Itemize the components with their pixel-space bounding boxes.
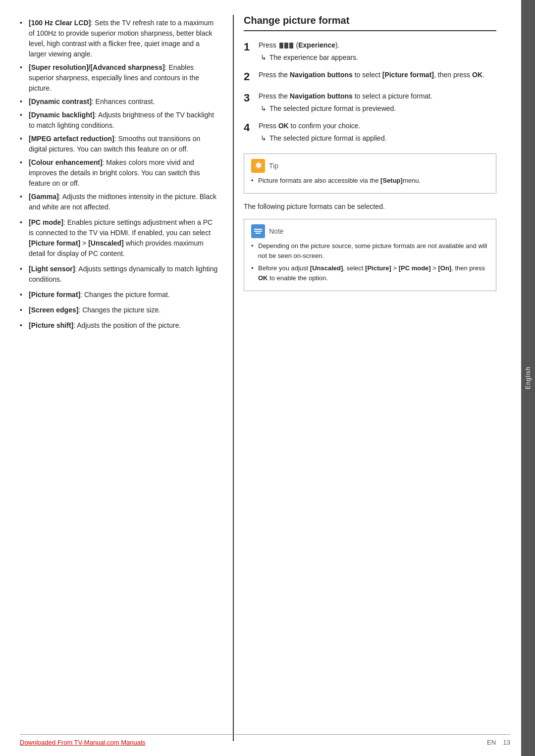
- list-item: [MPEG artefact reduction]: Smooths out t…: [20, 134, 218, 154]
- note-header: Note: [251, 224, 489, 238]
- step-sub-1: ↳ The experience bar appears.: [259, 52, 496, 63]
- step-item-2: 2 Press the Navigation buttons to select…: [244, 70, 496, 84]
- feature-name: [Picture shift]: [29, 321, 73, 329]
- step-content-2: Press the Navigation buttons to select […: [259, 70, 496, 80]
- list-item: [Picture format]: Changes the picture fo…: [20, 290, 218, 300]
- section-heading: Change picture format: [244, 15, 496, 31]
- step-sub-text: The selected picture format is previewed…: [269, 103, 396, 114]
- feature-description: : Changes the picture format.: [80, 291, 170, 299]
- list-item: [Picture shift]: Adjusts the position of…: [20, 320, 218, 331]
- tip-item: Picture formats are also accessible via …: [251, 176, 489, 186]
- arrow-icon: ↳: [261, 103, 267, 114]
- list-item: [Light sensor]: Adjusts settings dynamic…: [20, 264, 218, 285]
- list-item: [PC mode]: Enables picture settings adju…: [20, 217, 218, 259]
- main-content: [100 Hz Clear LCD]: Sets the TV refresh …: [0, 0, 521, 756]
- note-box: Note Depending on the picture source, so…: [244, 219, 496, 291]
- list-item: [Gamma]: Adjusts the midtones intensity …: [20, 192, 218, 212]
- step-content-4: Press OK to confirm your choice. ↳ The s…: [259, 121, 496, 144]
- list-item: [Super resolution]/[Advanced sharpness]:…: [20, 62, 218, 94]
- arrow-icon: ↳: [261, 52, 267, 63]
- side-tab-label: English: [525, 366, 532, 389]
- feature-name: [MPEG artefact reduction]: [29, 135, 114, 143]
- list-item: [Dynamic backlight]: Adjusts brightness …: [20, 110, 218, 131]
- note-label: Note: [269, 227, 284, 235]
- right-column: Change picture format 1 Press (Experienc…: [233, 15, 496, 741]
- feature-description: : Enhances contrast.: [92, 98, 155, 105]
- step-sub-3: ↳ The selected picture format is preview…: [259, 103, 496, 114]
- step-text: Press the Navigation buttons to select […: [259, 71, 484, 79]
- step-item-4: 4 Press OK to confirm your choice. ↳ The…: [244, 121, 496, 144]
- note-bullets: Depending on the picture source, some pi…: [251, 241, 489, 283]
- left-column: [100 Hz Clear LCD]: Sets the TV refresh …: [20, 15, 233, 741]
- list-item: [Dynamic contrast]: Enhances contrast.: [20, 97, 218, 107]
- side-tab: English: [521, 0, 535, 756]
- step-number-2: 2: [244, 70, 259, 84]
- tip-header: ✱ Tip: [251, 159, 489, 173]
- footer-page: EN 13: [487, 739, 510, 746]
- list-item: [Colour enhancement]: Makes colors more …: [20, 157, 218, 189]
- feature-name: [Screen edges]: [29, 306, 78, 314]
- tip-bullets: Picture formats are also accessible via …: [251, 176, 489, 186]
- feature-name: [Super resolution]/[Advanced sharpness]: [29, 63, 165, 71]
- feature-name: [Dynamic contrast]: [29, 98, 92, 105]
- step-number-3: 3: [244, 91, 259, 105]
- sub-feature-list: [100 Hz Clear LCD]: Sets the TV refresh …: [20, 18, 218, 212]
- note-icon: [251, 224, 265, 238]
- tip-box: ✱ Tip Picture formats are also accessibl…: [244, 153, 496, 194]
- footer-link[interactable]: Downloaded From TV-Manual.com Manuals: [20, 739, 145, 746]
- feature-description: : Adjusts the position of the picture.: [73, 321, 181, 329]
- page-container: English [100 Hz Clear LCD]: Sets the TV …: [0, 0, 535, 756]
- feature-name: [Colour enhancement]: [29, 158, 103, 166]
- step-text: Press the Navigation buttons to select a…: [259, 92, 432, 100]
- step-sub-text: The experience bar appears.: [269, 52, 358, 63]
- feature-name: [100 Hz Clear LCD]: [29, 19, 91, 27]
- footer-page-number: 13: [503, 739, 510, 746]
- list-item: [Screen edges]: Changes the picture size…: [20, 305, 218, 315]
- feature-name: [Picture format]: [29, 291, 80, 299]
- step-content-3: Press the Navigation buttons to select a…: [259, 91, 496, 114]
- footer: Downloaded From TV-Manual.com Manuals EN…: [20, 734, 510, 746]
- step-item-1: 1 Press (Experience). ↳ The experience b…: [244, 40, 496, 63]
- feature-name: [Dynamic backlight]: [29, 111, 95, 119]
- note-item: Depending on the picture source, some pi…: [251, 241, 489, 260]
- experience-button-icon: [279, 43, 293, 49]
- feature-name: [PC mode]: [29, 218, 63, 226]
- feature-name: [Light sensor]: [29, 265, 75, 273]
- tip-label: Tip: [269, 162, 278, 170]
- arrow-icon: ↳: [261, 133, 267, 144]
- step-number-4: 4: [244, 121, 259, 135]
- step-number-1: 1: [244, 40, 259, 54]
- note-item: Before you adjust [Unscaled], select [Pi…: [251, 263, 489, 283]
- steps-list: 1 Press (Experience). ↳ The experience b…: [244, 40, 496, 144]
- footer-page-label: EN: [487, 739, 496, 746]
- following-text: The following picture formats can be sel…: [244, 202, 496, 212]
- main-feature-list: [PC mode]: Enables picture settings adju…: [20, 217, 218, 331]
- step-sub-4: ↳ The selected picture format is applied…: [259, 133, 496, 144]
- feature-name: [Gamma]: [29, 193, 59, 201]
- feature-description: : Changes the picture size.: [78, 306, 160, 314]
- step-item-3: 3 Press the Navigation buttons to select…: [244, 91, 496, 114]
- step-content-1: Press (Experience). ↳ The experience bar…: [259, 40, 496, 63]
- step-text: Press (Experience).: [259, 41, 340, 49]
- step-sub-text: The selected picture format is applied.: [269, 133, 387, 144]
- tip-icon: ✱: [251, 159, 265, 173]
- list-item: [100 Hz Clear LCD]: Sets the TV refresh …: [20, 18, 218, 59]
- step-text: Press OK to confirm your choice.: [259, 122, 360, 130]
